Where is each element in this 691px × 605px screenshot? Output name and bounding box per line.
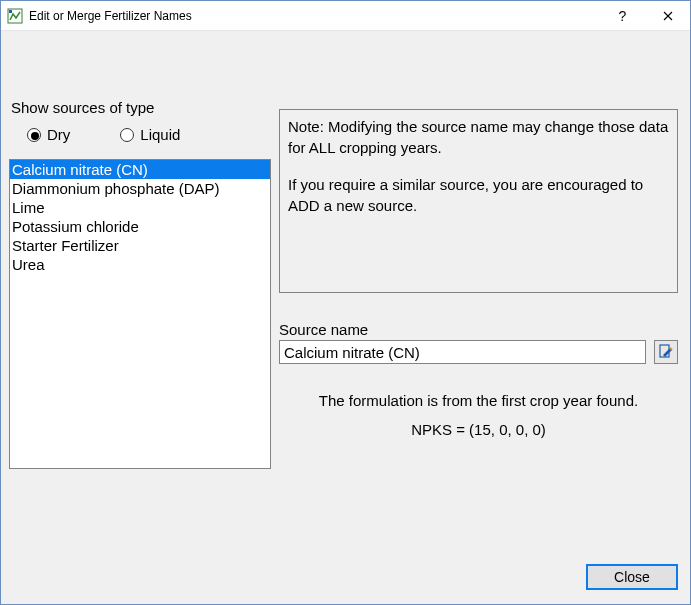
radio-dry[interactable]: Dry: [27, 126, 70, 143]
radio-dry-label: Dry: [47, 126, 70, 143]
note-line1: Note: Modifying the source name may chan…: [288, 116, 669, 158]
source-name-input[interactable]: [279, 340, 646, 364]
radio-dot-icon: [120, 128, 134, 142]
radio-liquid[interactable]: Liquid: [120, 126, 180, 143]
source-listbox[interactable]: Calcium nitrate (CN) Diammonium phosphat…: [9, 159, 271, 469]
close-button[interactable]: Close: [586, 564, 678, 590]
dialog-window: Edit or Merge Fertilizer Names ? Show so…: [0, 0, 691, 605]
list-item[interactable]: Diammonium phosphate (DAP): [10, 179, 270, 198]
help-button[interactable]: ?: [600, 1, 645, 30]
titlebar: Edit or Merge Fertilizer Names ?: [1, 1, 690, 31]
close-button-label: Close: [614, 569, 650, 585]
source-name-label: Source name: [279, 321, 678, 338]
window-title: Edit or Merge Fertilizer Names: [29, 9, 600, 23]
radio-dot-icon: [27, 128, 41, 142]
list-item[interactable]: Potassium chloride: [10, 217, 270, 236]
npks-value: NPKS = (15, 0, 0, 0): [279, 421, 678, 438]
dialog-content: Show sources of type Dry Liquid Calcium …: [1, 31, 690, 604]
filter-radio-group: Dry Liquid: [27, 126, 271, 143]
list-item[interactable]: Lime: [10, 198, 270, 217]
filter-label: Show sources of type: [11, 99, 271, 116]
radio-liquid-label: Liquid: [140, 126, 180, 143]
list-item[interactable]: Starter Fertilizer: [10, 236, 270, 255]
app-icon: [7, 8, 23, 24]
pencil-icon: [659, 344, 673, 361]
note-panel: Note: Modifying the source name may chan…: [279, 109, 678, 293]
list-item[interactable]: Calcium nitrate (CN): [10, 160, 270, 179]
list-item[interactable]: Urea: [10, 255, 270, 274]
window-close-button[interactable]: [645, 1, 690, 30]
edit-source-button[interactable]: [654, 340, 678, 364]
note-line2: If you require a similar source, you are…: [288, 174, 669, 216]
formulation-text: The formulation is from the first crop y…: [279, 392, 678, 409]
svg-rect-1: [9, 10, 12, 13]
